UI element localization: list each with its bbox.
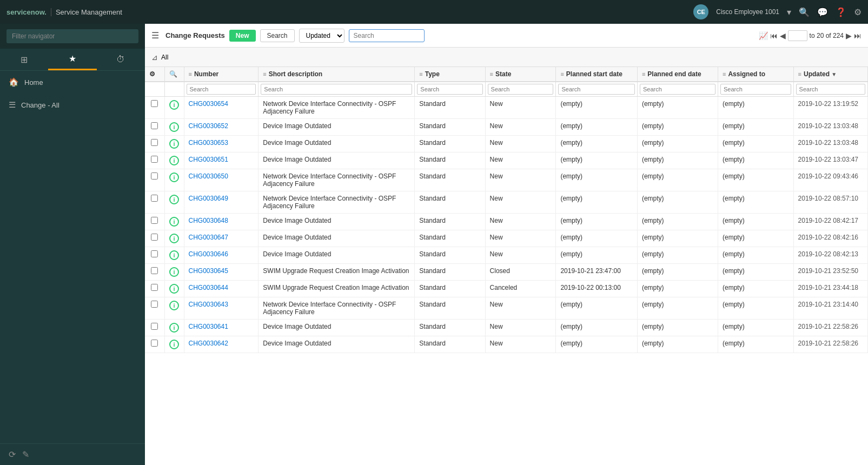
row-checkbox[interactable] xyxy=(151,172,158,180)
settings-icon[interactable]: ⚙ xyxy=(854,7,862,17)
search-short-desc-input[interactable] xyxy=(261,84,412,95)
col-header-number[interactable]: ≡Number xyxy=(184,67,259,82)
col-header-short-desc[interactable]: ≡Short description xyxy=(259,67,415,82)
chg-link[interactable]: CHG0030653 xyxy=(189,139,228,147)
chg-link[interactable]: CHG0030651 xyxy=(189,156,228,163)
col-search-toggle[interactable]: 🔍 xyxy=(164,67,184,82)
chat-icon[interactable]: 💬 xyxy=(817,7,828,17)
chg-link[interactable]: CHG0030645 xyxy=(189,267,228,275)
search-planned-start-input[interactable] xyxy=(558,84,635,95)
dropdown-icon[interactable]: ▾ xyxy=(787,7,791,17)
col-settings[interactable]: ⚙ xyxy=(145,67,164,82)
row-checkbox[interactable] xyxy=(151,267,158,274)
row-checkbox[interactable] xyxy=(151,284,158,291)
toolbar-search-input[interactable] xyxy=(349,29,425,42)
sidebar-item-home[interactable]: 🏠 Home xyxy=(0,71,145,94)
sidebar-tab-favorites[interactable]: ★ xyxy=(48,49,96,70)
search-icon[interactable]: 🔍 xyxy=(799,7,810,17)
last-page-icon[interactable]: ⏭ xyxy=(854,31,862,40)
search-planned-end-input[interactable] xyxy=(640,84,715,95)
page-input[interactable]: 1 xyxy=(788,30,807,41)
help-icon[interactable]: ❓ xyxy=(836,7,846,17)
col-icon-short-desc: ≡ xyxy=(263,71,266,77)
row-number-cell: CHG0030644 xyxy=(184,281,259,297)
row-updated-cell: 2019-10-21 23:44:18 xyxy=(793,281,867,297)
chg-link[interactable]: CHG0030646 xyxy=(189,250,228,258)
info-icon[interactable]: i xyxy=(169,139,179,149)
info-icon[interactable]: i xyxy=(169,156,179,165)
info-icon[interactable]: i xyxy=(169,323,179,333)
info-icon[interactable]: i xyxy=(169,250,179,260)
sidebar-item-change-all[interactable]: ☰ Change - All xyxy=(0,94,145,116)
sidebar-tab-history[interactable]: ⏱ xyxy=(97,49,145,70)
info-icon[interactable]: i xyxy=(169,122,179,132)
row-checkbox[interactable] xyxy=(151,250,158,257)
col-header-planned-start[interactable]: ≡Planned start date xyxy=(556,67,638,82)
row-checkbox[interactable] xyxy=(151,234,158,241)
top-navbar: servicenow. Service Management CE Cisco … xyxy=(0,0,868,24)
next-page-icon[interactable]: ▶ xyxy=(846,31,852,40)
row-checkbox[interactable] xyxy=(151,156,158,163)
chg-link[interactable]: CHG0030643 xyxy=(189,301,228,308)
search-type-input[interactable] xyxy=(417,84,482,95)
col-icon-updated: ≡ xyxy=(798,71,801,77)
table-row: i CHG0030644 SWIM Upgrade Request Creati… xyxy=(145,281,868,297)
info-icon[interactable]: i xyxy=(169,195,179,204)
chg-link[interactable]: CHG0030642 xyxy=(189,340,228,347)
info-icon[interactable]: i xyxy=(169,284,179,294)
row-type-cell: Standard xyxy=(415,297,485,320)
row-checkbox[interactable] xyxy=(151,122,158,129)
row-checkbox[interactable] xyxy=(151,323,158,330)
sidebar-edit-icon[interactable]: ✎ xyxy=(22,449,29,460)
info-icon[interactable]: i xyxy=(169,172,179,182)
row-type-cell: Standard xyxy=(415,336,485,353)
search-updated-input[interactable] xyxy=(796,84,865,95)
filter-select[interactable]: Updated xyxy=(299,29,344,43)
chg-link[interactable]: CHG0030644 xyxy=(189,284,228,291)
sidebar-refresh-icon[interactable]: ⟳ xyxy=(9,449,16,460)
search-number-input[interactable] xyxy=(187,84,256,95)
row-checkbox[interactable] xyxy=(151,217,158,224)
first-page-icon[interactable]: ⏮ xyxy=(770,31,778,40)
info-icon[interactable]: i xyxy=(169,267,179,277)
info-icon[interactable]: i xyxy=(169,100,179,110)
filter-funnel-icon[interactable]: ⊿ xyxy=(151,53,158,62)
row-type-cell: Standard xyxy=(415,281,485,297)
col-header-planned-end[interactable]: ≡Planned end date xyxy=(637,67,718,82)
row-planned-end-cell: (empty) xyxy=(637,191,718,214)
pagination-total: to 20 of 224 xyxy=(810,32,844,39)
info-icon[interactable]: i xyxy=(169,301,179,310)
filter-navigator-input[interactable] xyxy=(6,29,138,43)
col-header-type[interactable]: ≡Type xyxy=(415,67,485,82)
search-assigned-to-input[interactable] xyxy=(720,84,791,95)
chg-link[interactable]: CHG0030654 xyxy=(189,100,228,108)
row-state-cell: New xyxy=(485,320,556,336)
trend-icon[interactable]: 📈 xyxy=(759,31,768,40)
info-icon[interactable]: i xyxy=(169,217,179,227)
col-header-updated[interactable]: ≡Updated ▼ xyxy=(793,67,867,82)
row-checkbox[interactable] xyxy=(151,301,158,308)
row-checkbox[interactable] xyxy=(151,195,158,202)
menu-icon[interactable]: ☰ xyxy=(151,30,159,41)
search-state-input[interactable] xyxy=(488,84,554,95)
chg-link[interactable]: CHG0030652 xyxy=(189,122,228,130)
chg-link[interactable]: CHG0030650 xyxy=(189,172,228,180)
row-updated-cell: 2019-10-21 22:58:26 xyxy=(793,320,867,336)
col-header-state[interactable]: ≡State xyxy=(485,67,556,82)
chg-link[interactable]: CHG0030649 xyxy=(189,195,228,202)
chg-link[interactable]: CHG0030648 xyxy=(189,217,228,224)
prev-page-icon[interactable]: ◀ xyxy=(780,31,786,40)
info-icon[interactable]: i xyxy=(169,340,179,349)
sidebar-tab-grid[interactable]: ⊞ xyxy=(0,49,48,70)
col-header-assigned-to[interactable]: ≡Assigned to xyxy=(718,67,793,82)
chg-link[interactable]: CHG0030647 xyxy=(189,234,228,241)
row-planned-end-cell: (empty) xyxy=(637,97,718,119)
info-icon[interactable]: i xyxy=(169,234,179,243)
new-button[interactable]: New xyxy=(229,30,256,42)
row-checkbox[interactable] xyxy=(151,340,158,347)
search-button[interactable]: Search xyxy=(260,29,295,42)
row-checkbox[interactable] xyxy=(151,139,158,146)
chg-link[interactable]: CHG0030641 xyxy=(189,323,228,330)
row-checkbox[interactable] xyxy=(151,100,158,107)
row-updated-cell: 2019-10-22 08:42:13 xyxy=(793,247,867,264)
